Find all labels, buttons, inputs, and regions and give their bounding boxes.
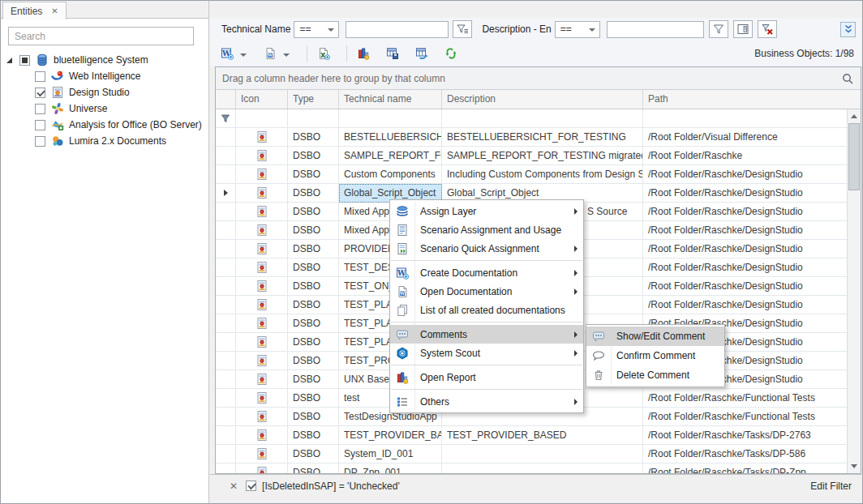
row-indicator-cell[interactable] [216,352,236,370]
cell-path[interactable]: /Root Folder/Raschke/Tasks/DP-Zpp [643,463,847,474]
menu-item-create-documentation[interactable]: WCreate Documentation [390,263,583,282]
cell-technical-name[interactable]: TEST_PROVIDER_BA... [339,426,442,445]
cell-type[interactable]: DSBO [288,333,339,352]
cell-path[interactable]: /Root Folder/Raschke/DesignStudio [643,240,847,258]
row-indicator-cell[interactable] [216,203,236,221]
cell-type[interactable]: DSBO [288,408,339,426]
cell-icon[interactable] [236,352,288,370]
table-row[interactable]: DSBOCustom ComponentsIncluding Custom Co… [216,165,847,184]
cell-description[interactable]: TEST_PROVIDER_BASED [442,426,643,445]
collapse-filter-button[interactable] [840,22,856,37]
checkbox[interactable] [35,71,45,82]
technical-name-operator-select[interactable]: == [294,21,339,38]
cell-icon[interactable] [236,258,288,277]
cell-type[interactable]: DSBO [288,128,339,147]
filter-enabled-checkbox[interactable] [246,481,256,491]
cell-type[interactable]: DSBO [288,203,339,221]
table-row[interactable]: DSBOBESTELLUEBERSICHT...BESTELLUEBERSICH… [216,128,847,147]
cell-icon[interactable] [236,408,288,426]
menu-item-assign-layer[interactable]: Assign Layer [390,202,583,220]
row-indicator-cell[interactable] [216,314,236,333]
tab-entities[interactable]: Entities ✕ [2,2,67,19]
tree-item-universe[interactable]: Universe [0,100,208,117]
cell-type[interactable]: DSBO [288,221,339,240]
cell-icon[interactable] [236,240,288,258]
grid-filter-row[interactable] [216,109,847,128]
cell-type[interactable]: DSBO [288,240,339,258]
cell-description[interactable] [442,445,643,463]
cell-description[interactable]: SAMPLE_REPORT_FOR_TESTING migrated to sa… [442,147,643,165]
vertical-scrollbar[interactable] [847,109,861,473]
cell-type[interactable]: DSBO [288,426,339,445]
refresh-button[interactable] [443,45,459,62]
menu-item-others[interactable]: Others [390,392,583,411]
tree-item-lumira-2-x-documents[interactable]: Lumira 2.x Documents [0,133,208,149]
cell-path[interactable]: /Root Folder/Visual Difference [643,128,847,147]
row-indicator-cell[interactable] [216,240,236,258]
grid-search-button[interactable] [841,72,854,85]
column-header-path[interactable]: Path [643,90,847,109]
filter-cell-type[interactable] [288,109,339,128]
search-input[interactable] [8,27,194,45]
cell-type[interactable]: DSBO [288,296,339,314]
scroll-up-button[interactable] [848,109,861,123]
row-indicator-cell[interactable] [216,389,236,408]
cell-type[interactable]: DSBO [288,314,339,333]
checkbox[interactable] [35,136,45,147]
row-indicator-cell[interactable] [216,221,236,240]
cell-type[interactable]: DSBO [288,352,339,370]
row-indicator-cell[interactable] [216,184,236,203]
cell-path[interactable]: /Root Folder/Raschke/Tasks/DP-2763 [643,426,847,445]
word-export-button[interactable]: W [219,45,235,62]
cell-path[interactable]: /Root Folder/Raschke/DesignStudio [643,221,847,240]
filter-row-funnel-cell[interactable] [216,109,236,128]
row-indicator-cell[interactable] [216,333,236,352]
cell-type[interactable]: DSBO [288,184,339,203]
column-header-icon[interactable]: Icon [236,90,288,109]
cell-icon[interactable] [236,277,288,296]
word-export-dropdown[interactable] [238,51,249,57]
row-indicator-cell[interactable] [216,296,236,314]
table-row[interactable]: DSBOTEST_PROVIDER_BA...TEST_PROVIDER_BAS… [216,426,847,445]
row-indicator-cell[interactable] [216,408,236,426]
expander-icon[interactable] [6,58,12,63]
row-indicator-cell[interactable] [216,277,236,296]
cell-icon[interactable] [236,221,288,240]
cell-path[interactable]: /Root Folder/Raschke/DesignStudio [643,184,847,203]
cell-technical-name[interactable]: System_ID_001 [339,445,442,463]
cell-icon[interactable] [236,203,288,221]
cell-path[interactable]: /Root Folder/Raschke/DesignStudio [643,165,847,184]
clear-filter-button[interactable] [758,20,777,38]
row-indicator-cell[interactable] [216,128,236,147]
cell-icon[interactable] [236,426,288,445]
cell-technical-name[interactable]: DP_Zpp_001 [339,463,442,474]
cell-icon[interactable] [236,463,288,474]
filter-button[interactable] [709,20,728,38]
cell-technical-name[interactable]: Custom Components [339,165,442,184]
table-row[interactable]: DSBODP_Zpp_001/Root Folder/Raschke/Tasks… [216,463,847,474]
tree-item-design-studio[interactable]: Design Studio [0,84,208,100]
tree-item-bluetelligence-system[interactable]: bluetelligence System [0,52,208,68]
table-save-button[interactable] [384,45,401,62]
row-indicator-cell[interactable] [216,463,236,474]
cell-type[interactable]: DSBO [288,445,339,463]
excel-export-button[interactable] [316,45,332,62]
cell-path[interactable]: /Root Folder/Raschke/DesignStudio [643,203,847,221]
cell-description[interactable]: BESTELLUEBERSICHT_FOR_TESTING [442,128,643,147]
filter-cell-description[interactable] [442,109,643,128]
cell-type[interactable]: DSBO [288,277,339,296]
scrollbar-thumb[interactable] [848,123,860,190]
word-doc-button[interactable]: W [262,45,278,62]
checkbox[interactable] [35,88,45,98]
close-icon[interactable]: ✕ [51,6,58,15]
filter-panel-button[interactable] [733,20,753,38]
technical-name-filter-input[interactable] [346,21,449,38]
cell-path[interactable]: /Root Folder/Raschke/Tasks/DP-586 [643,445,847,463]
cell-icon[interactable] [236,165,288,184]
row-indicator-cell[interactable] [216,370,236,389]
row-indicator-cell[interactable] [216,165,236,184]
cell-description[interactable]: Including Custom Components from Design … [442,165,643,184]
cell-path[interactable]: /Root Folder/Raschke/DesignStudio [643,258,847,277]
group-by-panel[interactable]: Drag a column header here to group by th… [216,67,861,90]
filter-cell-technical-name[interactable] [339,109,442,128]
